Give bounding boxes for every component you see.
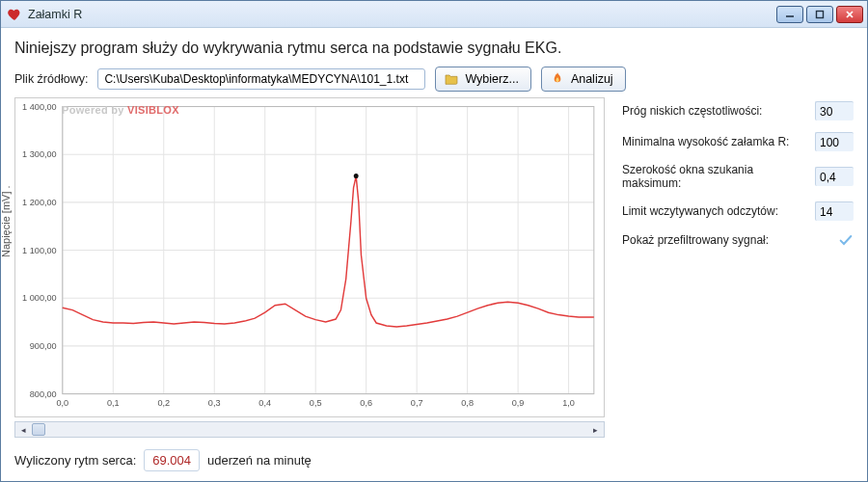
svg-text:0,7: 0,7 <box>411 398 423 408</box>
svg-text:0,4: 0,4 <box>258 398 271 408</box>
file-label: Plik źródłowy: <box>14 72 88 86</box>
heart-rate-value: 69.004 <box>144 449 200 471</box>
file-row: Plik źródłowy: Wybierz... Analizuj <box>14 67 854 92</box>
scroll-track[interactable] <box>32 422 587 437</box>
file-path-input[interactable] <box>97 68 425 90</box>
chart-y-axis-label: Napięcie [mV] . <box>0 185 12 257</box>
min-r-input[interactable] <box>815 132 854 151</box>
svg-text:0,5: 0,5 <box>310 398 322 408</box>
scroll-thumb[interactable] <box>32 423 45 436</box>
svg-text:0,0: 0,0 <box>56 398 68 408</box>
low-freq-input[interactable] <box>815 101 854 120</box>
svg-text:1 000,00: 1 000,00 <box>22 293 57 303</box>
svg-text:0,2: 0,2 <box>157 398 170 408</box>
svg-text:1 300,00: 1 300,00 <box>22 149 57 159</box>
program-description: Niniejszy program służy do wykrywania ry… <box>14 40 854 57</box>
window-title: Załamki R <box>28 8 776 21</box>
result-row: Wyliczony rytm serca: 69.004 uderzeń na … <box>14 449 854 471</box>
chart-watermark: Powered by VISIBLOX <box>62 104 179 116</box>
ecg-chart: 800,00900,001 000,001 100,001 200,001 30… <box>15 98 604 416</box>
content-area: Niniejszy program służy do wykrywania ry… <box>1 28 867 481</box>
window-controls <box>776 6 863 23</box>
svg-text:1,0: 1,0 <box>562 398 575 408</box>
show-filtered-checkbox[interactable] <box>838 232 854 248</box>
minimize-button[interactable] <box>776 6 803 23</box>
svg-text:0,6: 0,6 <box>360 398 372 408</box>
svg-point-41 <box>354 174 359 178</box>
svg-text:0,3: 0,3 <box>208 398 221 408</box>
heart-icon <box>7 7 22 22</box>
read-limit-label: Limit wczytywanych odczytów: <box>622 204 778 218</box>
folder-icon <box>444 71 459 87</box>
min-r-label: Minimalna wysokość załamka R: <box>622 135 789 148</box>
svg-text:1 100,00: 1 100,00 <box>22 246 57 255</box>
svg-text:800,00: 800,00 <box>30 389 57 399</box>
scroll-left-icon[interactable]: ◂ <box>15 422 32 437</box>
svg-text:900,00: 900,00 <box>30 341 57 351</box>
analyze-label: Analizuj <box>571 72 613 86</box>
chart-column: Powered by VISIBLOX Napięcie [mV] . 800,… <box>14 97 605 438</box>
svg-text:0,1: 0,1 <box>107 398 120 408</box>
svg-rect-1 <box>817 11 824 17</box>
chart-scrollbar[interactable]: ◂ ▸ <box>14 421 605 438</box>
result-suffix: uderzeń na minutę <box>207 453 312 468</box>
result-prefix: Wyliczony rytm serca: <box>14 453 136 468</box>
maximize-button[interactable] <box>806 6 833 23</box>
svg-text:1 200,00: 1 200,00 <box>22 198 57 207</box>
scroll-right-icon[interactable]: ▸ <box>587 422 604 437</box>
parameters-panel: Próg niskich częstotliwości: Minimalna w… <box>622 97 854 438</box>
close-button[interactable] <box>836 6 863 23</box>
svg-text:0,8: 0,8 <box>461 398 474 408</box>
browse-label: Wybierz... <box>465 72 518 86</box>
browse-button[interactable]: Wybierz... <box>435 67 530 92</box>
read-limit-input[interactable] <box>815 201 854 221</box>
chart-area: Powered by VISIBLOX Napięcie [mV] . 800,… <box>14 97 605 417</box>
window-width-input[interactable] <box>815 167 854 186</box>
svg-text:0,9: 0,9 <box>512 398 525 408</box>
analyze-button[interactable]: Analizuj <box>541 67 626 92</box>
low-freq-label: Próg niskich częstotliwości: <box>622 104 762 118</box>
main-row: Powered by VISIBLOX Napięcie [mV] . 800,… <box>14 97 854 438</box>
svg-text:1 400,00: 1 400,00 <box>22 102 57 112</box>
window-width-label: Szerokość okna szukania maksimum: <box>622 163 807 190</box>
flame-icon <box>550 71 565 87</box>
titlebar: Załamki R <box>1 1 867 28</box>
show-filtered-label: Pokaż przefiltrowany sygnał: <box>622 233 769 247</box>
app-window: Załamki R Niniejszy program służy do wyk… <box>0 0 868 482</box>
